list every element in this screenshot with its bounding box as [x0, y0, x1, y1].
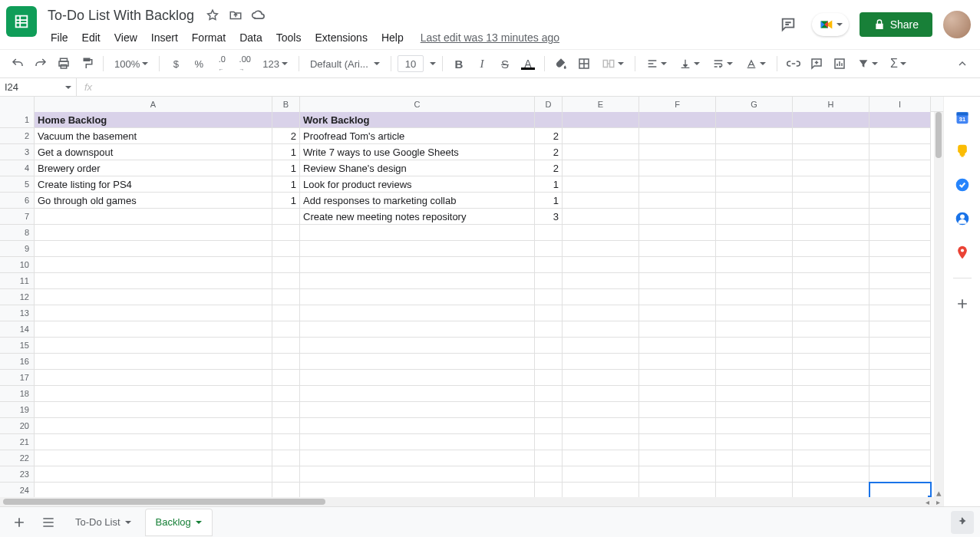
cell[interactable]: [563, 402, 639, 418]
cell[interactable]: Brewery order: [35, 160, 272, 176]
sheets-app-icon[interactable]: [6, 6, 37, 37]
cell[interactable]: [563, 176, 639, 193]
text-wrap-button[interactable]: [708, 54, 737, 74]
cell[interactable]: [869, 241, 931, 257]
cell[interactable]: [563, 386, 639, 402]
cell[interactable]: 1: [272, 160, 300, 176]
column-header-I[interactable]: I: [869, 97, 931, 112]
cell[interactable]: [35, 338, 272, 354]
currency-button[interactable]: $: [166, 54, 186, 74]
cell[interactable]: [639, 402, 716, 418]
name-box[interactable]: I24: [0, 78, 77, 97]
cell[interactable]: [639, 144, 716, 160]
cell[interactable]: [272, 418, 300, 434]
share-button[interactable]: Share: [860, 12, 932, 37]
cell[interactable]: 1: [535, 193, 563, 209]
cell[interactable]: [793, 273, 869, 289]
cell[interactable]: [35, 450, 272, 466]
cell[interactable]: [35, 354, 272, 370]
cell[interactable]: Look for product reviews: [300, 176, 535, 193]
cell[interactable]: Get a downspout: [35, 144, 272, 160]
horizontal-scroll-thumb[interactable]: [3, 499, 325, 505]
cell[interactable]: [793, 354, 869, 370]
row-header[interactable]: 3: [0, 144, 35, 160]
cell[interactable]: [272, 305, 300, 321]
menu-view[interactable]: View: [108, 28, 144, 47]
cell[interactable]: [535, 434, 563, 450]
cell[interactable]: 2: [535, 128, 563, 144]
cell[interactable]: [869, 160, 931, 176]
menu-insert[interactable]: Insert: [145, 28, 184, 47]
cell[interactable]: Write 7 ways to use Google Sheets: [300, 144, 535, 160]
cell[interactable]: [869, 483, 931, 499]
cloud-status-icon[interactable]: [251, 8, 266, 23]
cell[interactable]: [793, 321, 869, 338]
cell[interactable]: [563, 160, 639, 176]
cell[interactable]: [793, 257, 869, 273]
cell[interactable]: [272, 354, 300, 370]
row-header[interactable]: 16: [0, 354, 35, 370]
decrease-decimal-button[interactable]: .0←: [212, 54, 232, 74]
row-header[interactable]: 7: [0, 209, 35, 225]
cell[interactable]: [716, 402, 793, 418]
row-header[interactable]: 5: [0, 176, 35, 193]
cell[interactable]: [272, 225, 300, 241]
menu-edit[interactable]: Edit: [76, 28, 107, 47]
cell[interactable]: [869, 112, 931, 128]
cell[interactable]: [716, 193, 793, 209]
borders-button[interactable]: [574, 54, 594, 74]
vertical-align-button[interactable]: [675, 54, 704, 74]
paint-format-button[interactable]: [77, 54, 97, 74]
cell[interactable]: [563, 338, 639, 354]
cell[interactable]: [716, 434, 793, 450]
cell[interactable]: [716, 338, 793, 354]
cell[interactable]: [272, 434, 300, 450]
cell[interactable]: [272, 386, 300, 402]
column-header-G[interactable]: G: [716, 97, 793, 112]
cell[interactable]: [793, 144, 869, 160]
cell[interactable]: [300, 225, 535, 241]
cell[interactable]: [639, 289, 716, 305]
cell[interactable]: [869, 321, 931, 338]
horizontal-scrollbar[interactable]: [0, 497, 922, 506]
cell[interactable]: [716, 386, 793, 402]
cell[interactable]: [869, 354, 931, 370]
formula-bar-input[interactable]: [100, 78, 980, 96]
menu-tools[interactable]: Tools: [270, 28, 308, 47]
tasks-icon[interactable]: [954, 176, 971, 193]
cell[interactable]: [563, 209, 639, 225]
sheet-tab-backlog[interactable]: Backlog: [145, 509, 213, 536]
cell[interactable]: [639, 418, 716, 434]
cell[interactable]: [793, 160, 869, 176]
cell[interactable]: [716, 273, 793, 289]
cell[interactable]: [869, 466, 931, 483]
bold-button[interactable]: B: [449, 54, 469, 74]
print-button[interactable]: [54, 54, 74, 74]
cell[interactable]: [563, 466, 639, 483]
row-header[interactable]: 19: [0, 402, 35, 418]
text-color-button[interactable]: A: [518, 54, 538, 74]
cell[interactable]: [869, 370, 931, 386]
cell[interactable]: [272, 402, 300, 418]
cell[interactable]: [869, 289, 931, 305]
functions-button[interactable]: Σ: [886, 54, 911, 74]
cell[interactable]: [869, 402, 931, 418]
explore-button[interactable]: [952, 480, 971, 499]
row-header[interactable]: 18: [0, 386, 35, 402]
cell[interactable]: [563, 418, 639, 434]
merge-cells-button[interactable]: [597, 54, 629, 74]
cell[interactable]: [793, 466, 869, 483]
select-all-corner[interactable]: [0, 97, 35, 112]
cell[interactable]: [716, 144, 793, 160]
cell[interactable]: [639, 370, 716, 386]
cell[interactable]: [869, 386, 931, 402]
cell[interactable]: [869, 209, 931, 225]
column-header-B[interactable]: B: [272, 97, 300, 112]
cell[interactable]: [793, 386, 869, 402]
cell[interactable]: [35, 434, 272, 450]
cell[interactable]: [639, 160, 716, 176]
cell[interactable]: [716, 483, 793, 499]
scroll-left-icon[interactable]: ◂: [922, 497, 932, 506]
cell[interactable]: [639, 450, 716, 466]
row-header[interactable]: 23: [0, 466, 35, 483]
